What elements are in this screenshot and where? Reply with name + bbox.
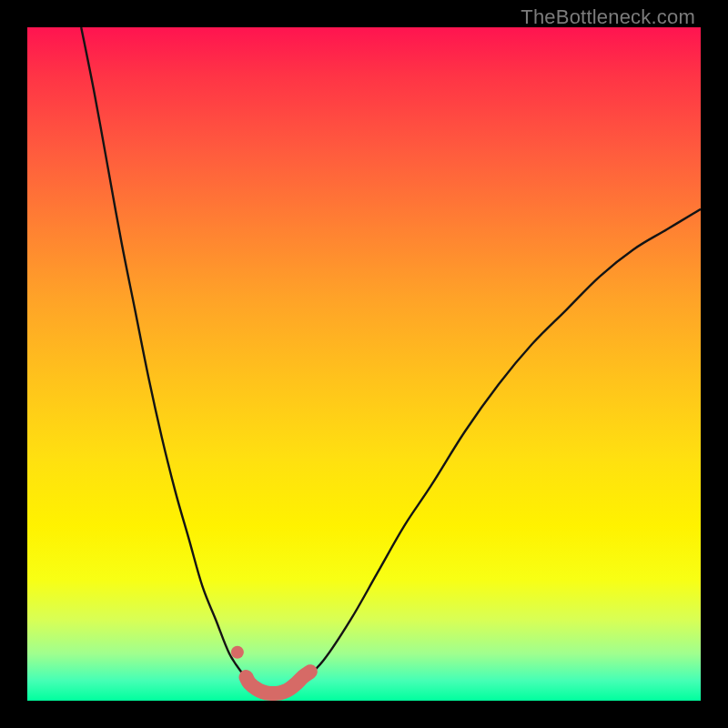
right-curve: [303, 209, 701, 681]
chart-svg: [27, 27, 701, 701]
chart-plot-area: [27, 27, 701, 701]
watermark-text: TheBottleneck.com: [521, 5, 695, 29]
highlight-region: [247, 672, 310, 693]
left-curve: [81, 27, 249, 681]
highlight-dot: [231, 646, 244, 659]
